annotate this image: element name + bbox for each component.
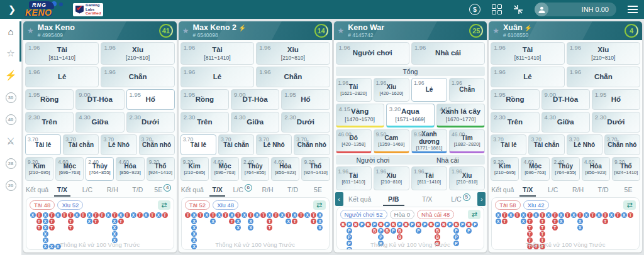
favorite-star-icon[interactable]: ★: [492, 26, 499, 35]
bet-cell-m-c[interactable]: 4.60Mộc[696~763]: [211, 157, 239, 181]
tab-t-x[interactable]: T/X: [410, 192, 443, 206]
bet-cell-x-u[interactable]: 1.96Xỉu[210~810]: [449, 166, 485, 190]
tab-t-d[interactable]: T/D: [125, 183, 150, 197]
bet-cell-nh-c-i[interactable]: 1.96Nhà cái: [411, 42, 485, 65]
bet-cell-x-u[interactable]: 1.96Xỉu[420~1620]: [374, 78, 409, 102]
bet-cell-x-u[interactable]: 1.96Xỉu[210~810]: [256, 42, 330, 65]
bet-cell-xanh-l-c-y[interactable]: 4.15Xanh lá cây[1670~1770]: [436, 104, 485, 127]
bet-cell-t-i-l[interactable]: 3.70Tài lẻ: [491, 134, 526, 155]
bet-cell-dt-h-a[interactable]: 9.00DT-Hòa: [541, 89, 590, 110]
tab-r-h[interactable]: R/H: [100, 183, 125, 197]
tab-l-c[interactable]: L/C: [540, 183, 565, 197]
swap-icon[interactable]: ⇄: [623, 200, 636, 210]
bet-cell-ch-n[interactable]: 1.96Chẵn: [449, 78, 485, 102]
bet-cell-x-u[interactable]: 1.96Xỉu[210~810]: [101, 42, 174, 65]
bet-cell-h[interactable]: 1.95Hổ: [126, 89, 175, 110]
sidebar-item-home[interactable]: ⌂: [0, 25, 21, 38]
bet-cell-t-i[interactable]: 1.96Tài[1621~2820]: [336, 78, 372, 102]
bet-cell-t-i[interactable]: 1.96Tài[811~1410]: [25, 42, 99, 65]
bet-cell-t-i-ch-n[interactable]: 3.70Tài chẵn: [218, 134, 254, 155]
bet-cell-[interactable]: 46.00Đỏ[420~1358]: [336, 129, 372, 153]
bet-cell-t-i-l[interactable]: 3.70Tài lẻ: [180, 134, 216, 155]
bet-cell-xanh-d-ng[interactable]: 9.50Xanh dương[1771~1881]: [411, 129, 447, 153]
bet-cell-l[interactable]: 1.96Lẻ: [180, 67, 254, 87]
bet-cell-th-y[interactable]: 2.40Thủy[764~855]: [552, 157, 580, 181]
bet-cell-gi-a[interactable]: 4.30Giữa: [231, 112, 279, 133]
tab-k-t-qu[interactable]: Kết quả: [343, 192, 377, 206]
bet-cell-ch-n[interactable]: 1.96Chẵn: [101, 67, 174, 87]
sidebar-item-fast-games[interactable]: ⚡: [0, 69, 21, 82]
sidebar-item-keno-30[interactable]: 30: [0, 91, 21, 104]
bet-cell-ch-n-nh[interactable]: 3.70Chẵn nhỏ: [604, 134, 640, 155]
bet-cell-t-i-ch-n[interactable]: 3.70Tài chẵn: [63, 134, 99, 155]
bet-cell-kim[interactable]: 9.20Kim[210~695]: [491, 157, 519, 181]
tab-k-t-qu[interactable]: Kết quả: [490, 183, 515, 197]
swap-icon[interactable]: ⇄: [313, 200, 326, 210]
bet-cell-d-i[interactable]: 2.30Dưới: [126, 112, 175, 133]
tab-5e[interactable]: 5E: [306, 183, 331, 197]
tab-t-x[interactable]: T/X: [205, 183, 230, 197]
bet-cell-h-a[interactable]: 4.60Hỏa[856~923]: [116, 157, 144, 181]
prev-arrow-button[interactable]: ‹: [335, 192, 343, 206]
bet-cell-aqua[interactable]: 3.20Aqua[1571~1669]: [386, 104, 435, 127]
bet-cell-l-nh[interactable]: 3.70Lẻ Nhỏ: [256, 134, 292, 155]
tab-l-c[interactable]: L/C5: [444, 192, 477, 206]
sidebar-item-keno-40[interactable]: 40: [0, 113, 21, 126]
bet-cell-l-nh[interactable]: 3.70Lẻ Nhỏ: [101, 134, 136, 155]
bet-cell-th[interactable]: 9.20Thổ[924~1410]: [612, 157, 640, 181]
bet-cell-h-a[interactable]: 4.60Hỏa[856~923]: [582, 157, 610, 181]
bet-cell-t-i-l[interactable]: 3.70Tài lẻ: [25, 134, 61, 155]
sidebar-item-keno-war[interactable]: ⚔: [0, 135, 21, 148]
swap-icon[interactable]: ⇄: [468, 210, 480, 219]
bet-cell-r-ng[interactable]: 1.95Rồng: [25, 89, 74, 110]
bet-cell-ch-n[interactable]: 1.96Chẵn: [567, 67, 640, 87]
bet-cell-ch-n-nh[interactable]: 3.70Chẵn nhỏ: [294, 134, 330, 155]
bet-cell-t-i-ch-n[interactable]: 3.70Tài chẵn: [528, 134, 564, 155]
bet-cell-h-a[interactable]: 4.60Hỏa[856~923]: [271, 157, 299, 181]
swap-icon[interactable]: ⇄: [158, 200, 170, 210]
tab-k-t-qu[interactable]: Kết quả: [180, 183, 205, 197]
bet-cell-th[interactable]: 9.20Thổ[924~1410]: [147, 157, 175, 181]
favorite-star-icon[interactable]: ★: [27, 26, 34, 35]
bet-cell-t-m[interactable]: 46.00Tím[1882~2820]: [449, 129, 485, 153]
bet-cell-d-i[interactable]: 2.30Dưới: [281, 112, 330, 133]
next-arrow-button[interactable]: ›: [477, 192, 486, 206]
bet-cell-v-ng[interactable]: 4.15Vàng[1470~1570]: [336, 104, 384, 127]
tab-t-d[interactable]: T/D: [280, 183, 306, 197]
bet-cell-h[interactable]: 1.95Hổ: [281, 89, 330, 110]
bet-cell-tr-n[interactable]: 2.30Trên: [491, 112, 539, 133]
collapse-view-icon[interactable]: [513, 4, 523, 14]
sidebar-item-favorites[interactable]: ☆: [0, 47, 21, 60]
bet-cell-cam[interactable]: 9.50Cam[1359~1469]: [374, 129, 409, 153]
bet-cell-t-i[interactable]: 1.96Tài[811~1410]: [491, 42, 564, 65]
bet-cell-ng-i-ch-i[interactable]: 1.96Người chơi: [336, 42, 409, 65]
bet-cell-m-c[interactable]: 4.60Mộc[696~763]: [521, 157, 549, 181]
menu-icon[interactable]: [628, 9, 638, 10]
tab-t-x[interactable]: T/X: [50, 183, 75, 197]
bet-cell-x-u[interactable]: 1.96Xỉu[210~810]: [374, 166, 409, 190]
bet-cell-r-ng[interactable]: 1.95Rồng: [491, 89, 539, 110]
grid-layout-icon[interactable]: [492, 4, 502, 14]
tab-r-h[interactable]: R/H: [565, 183, 591, 197]
tab-t-x[interactable]: T/X: [515, 183, 540, 197]
bet-cell-t-i[interactable]: 1.96Tài[811~1410]: [411, 166, 447, 190]
sidebar-item-keno-20[interactable]: 20: [0, 179, 21, 192]
tab-l-c[interactable]: L/C6: [230, 183, 255, 197]
tab-k-t-qu[interactable]: Kết quả: [25, 183, 50, 197]
bet-cell-l[interactable]: 1.96Lẻ: [25, 67, 99, 87]
bet-cell-gi-a[interactable]: 4.30Giữa: [75, 112, 124, 133]
bet-cell-dt-h-a[interactable]: 9.00DT-Hòa: [231, 89, 279, 110]
bet-cell-l[interactable]: 1.96Lẻ: [491, 67, 564, 87]
coin-balance-icon[interactable]: $: [469, 4, 480, 15]
bet-cell-th[interactable]: 9.20Thổ[924~1410]: [301, 157, 330, 181]
bet-cell-tr-n[interactable]: 2.30Trên: [180, 112, 229, 133]
favorite-star-icon[interactable]: ★: [182, 26, 189, 35]
favorite-star-icon[interactable]: ★: [338, 26, 345, 35]
bet-cell-t-i[interactable]: 1.96Tài[811~1410]: [336, 166, 372, 190]
tab-r-h[interactable]: R/H: [255, 183, 280, 197]
bet-cell-ch-n[interactable]: 1.96Chẵn: [256, 67, 330, 87]
bet-cell-gi-a[interactable]: 4.30Giữa: [541, 112, 590, 133]
tab-t-d[interactable]: T/D: [591, 183, 616, 197]
bet-cell-dt-h-a[interactable]: 9.00DT-Hòa: [75, 89, 124, 110]
bet-cell-tr-n[interactable]: 2.30Trên: [25, 112, 74, 133]
